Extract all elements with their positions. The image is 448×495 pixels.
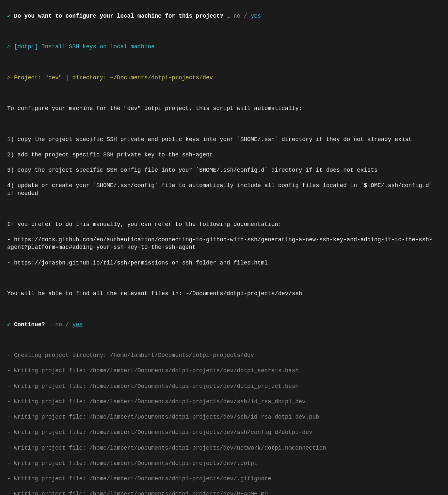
write-line: - Writing project file: /home/lambert/Do… — [7, 367, 441, 375]
step-2: 2) add the project specific SSH private … — [7, 151, 441, 159]
check-icon: ✔ — [7, 321, 11, 328]
install-ssh-heading-1: > [dotpi] Install SSH keys on local mach… — [7, 43, 441, 51]
terminal-output: ✔ Do you want to configure your local ma… — [0, 0, 448, 495]
write-line: - Writing project file: /home/lambert/Do… — [7, 460, 441, 468]
intro-text: To configure your machine for the "dev" … — [7, 105, 441, 113]
answer-no: no — [233, 13, 240, 19]
prompt-configure-1: ✔ Do you want to configure your local ma… — [7, 12, 441, 20]
slash: / — [66, 321, 69, 328]
files-note: You will be able to find all the relevan… — [7, 290, 441, 298]
ellipsis: … — [48, 321, 52, 328]
answer-yes-link[interactable]: yes — [251, 13, 261, 19]
step-1: 1) copy the project specific SSH private… — [7, 136, 441, 144]
check-icon: ✔ — [7, 13, 11, 19]
write-line: - Creating project directory: /home/lamb… — [7, 352, 441, 359]
write-line: - Writing project file: /home/lambert/Do… — [7, 413, 441, 421]
project-line: > Project: "dev" | directory: ~/Document… — [7, 74, 441, 82]
write-line: - Writing project file: /home/lambert/Do… — [7, 383, 441, 391]
step-4: 4) update or create your `$HOME/.ssh/con… — [7, 182, 441, 197]
doc-link-2: - https://jonasbn.github.io/til/ssh/perm… — [7, 259, 441, 267]
manual-intro: If you prefer to do this manually, you c… — [7, 221, 441, 229]
prompt-continue: ✔ Continue? … no / yes — [7, 321, 441, 329]
write-line: - Writing project file: /home/lambert/Do… — [7, 398, 441, 406]
write-line: - Writing project file: /home/lambert/Do… — [7, 444, 441, 452]
prompt-question: Do you want to configure your local mach… — [14, 13, 223, 19]
doc-link-1: - https://docs.github.com/en/authenticat… — [7, 236, 441, 251]
write-line: - Writing project file: /home/lambert/Do… — [7, 429, 441, 437]
answer-no: no — [55, 321, 62, 328]
answer-yes-link[interactable]: yes — [72, 321, 83, 328]
write-line: - Writing project file: /home/lambert/Do… — [7, 490, 441, 495]
ellipsis: … — [227, 13, 230, 19]
write-line: - Writing project file: /home/lambert/Do… — [7, 475, 441, 483]
slash: / — [244, 13, 248, 19]
prompt-question: Continue? — [14, 321, 45, 328]
step-3: 3) copy the project specific SSH config … — [7, 167, 441, 174]
